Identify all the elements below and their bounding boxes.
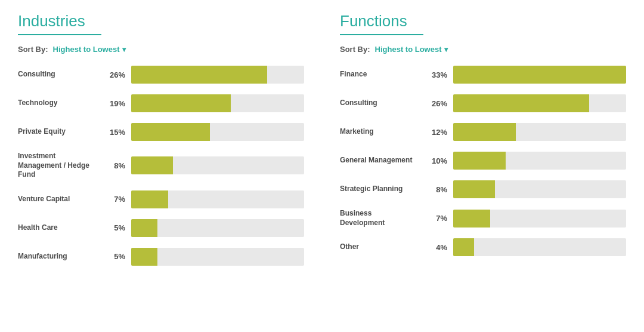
bar-percentage: 7% — [423, 214, 447, 223]
industries-sort-value: Highest to Lowest — [53, 45, 120, 54]
bar-row: Venture Capital7% — [18, 190, 304, 208]
bar-row: Consulting26% — [340, 94, 626, 112]
bar-percentage: 12% — [423, 128, 447, 137]
industries-divider — [18, 34, 101, 35]
functions-sort-dropdown[interactable]: Highest to Lowest — [375, 45, 448, 54]
bar-label: Consulting — [18, 70, 101, 79]
bar-track — [453, 210, 626, 228]
industries-sort-label: Sort By: — [18, 45, 48, 54]
bar-row: Technology19% — [18, 94, 304, 112]
bar-label: Venture Capital — [18, 195, 101, 204]
bar-track — [453, 180, 626, 198]
industries-bars: Consulting26%Technology19%Private Equity… — [18, 66, 304, 266]
bar-percentage: 4% — [423, 243, 447, 252]
bar-label: Health Care — [18, 223, 101, 233]
bar-row: Finance33% — [340, 66, 626, 84]
bar-row: Health Care5% — [18, 219, 304, 237]
bar-percentage: 33% — [423, 70, 447, 79]
bar-percentage: 15% — [101, 128, 125, 137]
main-panels: Industries Sort By: Highest to Lowest Co… — [18, 12, 626, 276]
bar-fill — [131, 219, 157, 237]
bar-label: Other — [340, 242, 423, 252]
bar-track — [453, 66, 626, 84]
bar-row: Strategic Planning8% — [340, 180, 626, 198]
bar-label: Manufacturing — [18, 252, 101, 262]
bar-label: Strategic Planning — [340, 185, 423, 194]
bar-row: Manufacturing5% — [18, 248, 304, 266]
bar-label: General Management — [340, 156, 423, 165]
functions-divider — [340, 34, 423, 35]
bar-percentage: 7% — [101, 195, 125, 204]
bar-row: Marketing12% — [340, 123, 626, 141]
bar-fill — [453, 210, 490, 228]
bar-fill — [453, 152, 506, 170]
bar-percentage: 5% — [101, 252, 125, 261]
functions-panel: Functions Sort By: Highest to Lowest Fin… — [340, 12, 626, 276]
bar-label: Private Equity — [18, 127, 101, 137]
bar-row: Other4% — [340, 238, 626, 256]
bar-label: Consulting — [340, 99, 423, 108]
bar-row: General Management10% — [340, 152, 626, 170]
bar-percentage: 10% — [423, 156, 447, 165]
bar-track — [131, 66, 304, 84]
bar-fill — [453, 94, 589, 112]
bar-label: Marketing — [340, 127, 423, 137]
industries-title: Industries — [18, 12, 304, 30]
industries-sort-dropdown[interactable]: Highest to Lowest — [53, 45, 126, 54]
bar-row: Business Development7% — [340, 209, 626, 228]
bar-fill — [131, 66, 267, 84]
bar-percentage: 19% — [101, 99, 125, 108]
bar-label: Finance — [340, 70, 423, 79]
bar-track — [453, 238, 626, 256]
bar-fill — [131, 248, 157, 266]
functions-sort-value: Highest to Lowest — [375, 45, 442, 54]
bar-fill — [131, 190, 168, 208]
functions-bars: Finance33%Consulting26%Marketing12%Gener… — [340, 66, 626, 256]
bar-track — [453, 94, 626, 112]
bar-fill — [131, 94, 231, 112]
bar-track — [131, 219, 304, 237]
bar-track — [131, 156, 304, 174]
bar-track — [131, 248, 304, 266]
bar-percentage: 5% — [101, 223, 125, 232]
bar-label: Investment Management / Hedge Fund — [18, 152, 101, 180]
functions-title: Functions — [340, 12, 626, 30]
bar-label: Business Development — [340, 209, 423, 228]
bar-row: Investment Management / Hedge Fund8% — [18, 152, 304, 180]
bar-fill — [453, 238, 474, 256]
bar-track — [453, 123, 626, 141]
bar-fill — [453, 123, 516, 141]
bar-fill — [131, 156, 173, 174]
bar-percentage: 26% — [423, 99, 447, 108]
bar-percentage: 8% — [423, 185, 447, 194]
bar-percentage: 26% — [101, 70, 125, 79]
bar-fill — [453, 180, 495, 198]
bar-row: Private Equity15% — [18, 123, 304, 141]
industries-sort-row: Sort By: Highest to Lowest — [18, 45, 304, 54]
bar-track — [131, 94, 304, 112]
bar-track — [453, 152, 626, 170]
industries-panel: Industries Sort By: Highest to Lowest Co… — [18, 12, 304, 276]
functions-sort-row: Sort By: Highest to Lowest — [340, 45, 626, 54]
bar-track — [131, 190, 304, 208]
bar-row: Consulting26% — [18, 66, 304, 84]
functions-sort-label: Sort By: — [340, 45, 370, 54]
bar-percentage: 8% — [101, 161, 125, 170]
bar-fill — [131, 123, 210, 141]
bar-track — [131, 123, 304, 141]
bar-fill — [453, 66, 626, 84]
bar-label: Technology — [18, 99, 101, 108]
